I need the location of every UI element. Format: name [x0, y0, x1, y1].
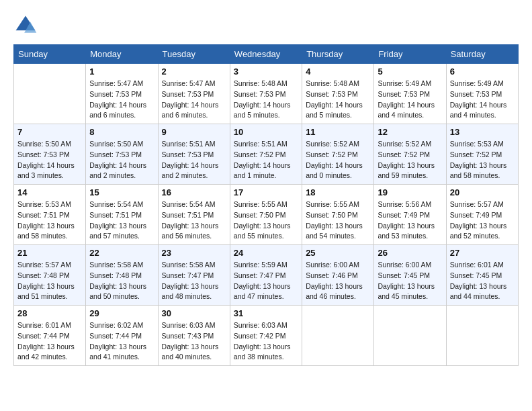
calendar-cell: 8Sunrise: 5:50 AMSunset: 7:53 PMDaylight…	[86, 124, 158, 185]
calendar-cell: 7Sunrise: 5:50 AMSunset: 7:53 PMDaylight…	[14, 124, 86, 185]
day-info: Sunrise: 5:53 AMSunset: 7:51 PMDaylight:…	[17, 199, 82, 242]
day-number: 25	[306, 248, 370, 258]
day-info: Sunrise: 5:57 AMSunset: 7:48 PMDaylight:…	[17, 260, 82, 302]
calendar-cell: 18Sunrise: 5:55 AMSunset: 7:50 PMDayligh…	[302, 185, 374, 245]
day-info: Sunrise: 6:03 AMSunset: 7:43 PMDaylight:…	[162, 320, 226, 363]
calendar-cell: 24Sunrise: 5:59 AMSunset: 7:47 PMDayligh…	[230, 245, 302, 306]
day-info: Sunrise: 5:54 AMSunset: 7:51 PMDaylight:…	[162, 199, 226, 242]
day-number: 23	[162, 248, 226, 258]
day-info: Sunrise: 5:47 AMSunset: 7:53 PMDaylight:…	[89, 79, 154, 121]
logo	[13, 13, 40, 38]
day-info: Sunrise: 5:58 AMSunset: 7:47 PMDaylight:…	[162, 260, 226, 302]
calendar-cell: 11Sunrise: 5:52 AMSunset: 7:52 PMDayligh…	[302, 124, 374, 185]
day-number: 12	[378, 127, 442, 137]
day-info: Sunrise: 5:49 AMSunset: 7:53 PMDaylight:…	[378, 79, 442, 121]
calendar-cell: 13Sunrise: 5:53 AMSunset: 7:52 PMDayligh…	[446, 124, 518, 185]
day-info: Sunrise: 5:59 AMSunset: 7:47 PMDaylight:…	[234, 260, 298, 302]
day-info: Sunrise: 5:52 AMSunset: 7:52 PMDaylight:…	[378, 139, 442, 181]
calendar-week-row: 1Sunrise: 5:47 AMSunset: 7:53 PMDaylight…	[14, 64, 519, 124]
calendar-cell: 17Sunrise: 5:55 AMSunset: 7:50 PMDayligh…	[230, 185, 302, 245]
weekday-header: Wednesday	[230, 45, 302, 64]
day-info: Sunrise: 5:50 AMSunset: 7:53 PMDaylight:…	[89, 139, 154, 181]
day-number: 27	[450, 248, 515, 258]
calendar-cell: 4Sunrise: 5:48 AMSunset: 7:53 PMDaylight…	[302, 64, 374, 124]
day-info: Sunrise: 5:57 AMSunset: 7:49 PMDaylight:…	[450, 199, 515, 242]
day-number: 4	[306, 66, 370, 77]
day-info: Sunrise: 5:48 AMSunset: 7:53 PMDaylight:…	[234, 79, 298, 121]
calendar-cell	[14, 64, 86, 124]
day-number: 24	[234, 248, 298, 258]
calendar-cell: 16Sunrise: 5:54 AMSunset: 7:51 PMDayligh…	[158, 185, 230, 245]
weekday-header: Monday	[86, 45, 158, 64]
calendar-week-row: 14Sunrise: 5:53 AMSunset: 7:51 PMDayligh…	[14, 185, 519, 245]
day-info: Sunrise: 6:00 AMSunset: 7:45 PMDaylight:…	[378, 260, 442, 302]
calendar-cell: 27Sunrise: 6:01 AMSunset: 7:45 PMDayligh…	[446, 245, 518, 306]
day-info: Sunrise: 5:52 AMSunset: 7:52 PMDaylight:…	[306, 139, 370, 181]
day-info: Sunrise: 5:47 AMSunset: 7:53 PMDaylight:…	[162, 79, 226, 121]
calendar-cell	[374, 306, 446, 366]
calendar-cell: 23Sunrise: 5:58 AMSunset: 7:47 PMDayligh…	[158, 245, 230, 306]
calendar-cell: 19Sunrise: 5:56 AMSunset: 7:49 PMDayligh…	[374, 185, 446, 245]
day-number: 19	[378, 187, 442, 197]
day-info: Sunrise: 5:51 AMSunset: 7:52 PMDaylight:…	[234, 139, 298, 181]
day-info: Sunrise: 5:49 AMSunset: 7:53 PMDaylight:…	[450, 79, 515, 121]
calendar-cell	[302, 306, 374, 366]
calendar-header-row: SundayMondayTuesdayWednesdayThursdayFrid…	[14, 45, 519, 64]
day-number: 29	[89, 308, 154, 318]
day-number: 15	[89, 187, 154, 197]
calendar-week-row: 7Sunrise: 5:50 AMSunset: 7:53 PMDaylight…	[14, 124, 519, 185]
calendar-cell	[446, 306, 518, 366]
day-info: Sunrise: 5:50 AMSunset: 7:53 PMDaylight:…	[17, 139, 82, 181]
day-number: 31	[234, 308, 298, 318]
calendar-cell: 28Sunrise: 6:01 AMSunset: 7:44 PMDayligh…	[14, 306, 86, 366]
day-info: Sunrise: 6:00 AMSunset: 7:46 PMDaylight:…	[306, 260, 370, 302]
day-number: 20	[450, 187, 515, 197]
day-info: Sunrise: 6:02 AMSunset: 7:44 PMDaylight:…	[89, 320, 154, 363]
calendar-week-row: 28Sunrise: 6:01 AMSunset: 7:44 PMDayligh…	[14, 306, 519, 366]
day-number: 5	[378, 66, 442, 77]
calendar-table: SundayMondayTuesdayWednesdayThursdayFrid…	[13, 44, 519, 366]
day-info: Sunrise: 6:03 AMSunset: 7:42 PMDaylight:…	[234, 320, 298, 363]
day-number: 30	[162, 308, 226, 318]
day-info: Sunrise: 5:54 AMSunset: 7:51 PMDaylight:…	[89, 199, 154, 242]
weekday-header: Saturday	[446, 45, 518, 64]
day-info: Sunrise: 6:01 AMSunset: 7:45 PMDaylight:…	[450, 260, 515, 302]
day-number: 28	[17, 308, 82, 318]
calendar-cell: 1Sunrise: 5:47 AMSunset: 7:53 PMDaylight…	[86, 64, 158, 124]
day-number: 7	[17, 127, 82, 137]
day-info: Sunrise: 5:51 AMSunset: 7:53 PMDaylight:…	[162, 139, 226, 181]
day-info: Sunrise: 5:55 AMSunset: 7:50 PMDaylight:…	[306, 199, 370, 242]
weekday-header: Tuesday	[158, 45, 230, 64]
day-number: 3	[234, 66, 298, 77]
calendar-cell: 3Sunrise: 5:48 AMSunset: 7:53 PMDaylight…	[230, 64, 302, 124]
calendar-cell: 14Sunrise: 5:53 AMSunset: 7:51 PMDayligh…	[14, 185, 86, 245]
day-number: 9	[162, 127, 226, 137]
page-header	[13, 13, 519, 38]
calendar-cell: 26Sunrise: 6:00 AMSunset: 7:45 PMDayligh…	[374, 245, 446, 306]
calendar-cell: 10Sunrise: 5:51 AMSunset: 7:52 PMDayligh…	[230, 124, 302, 185]
day-number: 11	[306, 127, 370, 137]
day-number: 21	[17, 248, 82, 258]
weekday-header: Sunday	[14, 45, 86, 64]
weekday-header: Friday	[374, 45, 446, 64]
day-number: 6	[450, 66, 515, 77]
day-info: Sunrise: 5:56 AMSunset: 7:49 PMDaylight:…	[378, 199, 442, 242]
day-number: 8	[89, 127, 154, 137]
calendar-cell: 29Sunrise: 6:02 AMSunset: 7:44 PMDayligh…	[86, 306, 158, 366]
day-info: Sunrise: 5:53 AMSunset: 7:52 PMDaylight:…	[450, 139, 515, 181]
calendar-cell: 20Sunrise: 5:57 AMSunset: 7:49 PMDayligh…	[446, 185, 518, 245]
calendar-cell: 9Sunrise: 5:51 AMSunset: 7:53 PMDaylight…	[158, 124, 230, 185]
calendar-cell: 22Sunrise: 5:58 AMSunset: 7:48 PMDayligh…	[86, 245, 158, 306]
calendar-cell: 2Sunrise: 5:47 AMSunset: 7:53 PMDaylight…	[158, 64, 230, 124]
day-info: Sunrise: 6:01 AMSunset: 7:44 PMDaylight:…	[17, 320, 82, 363]
day-number: 16	[162, 187, 226, 197]
calendar-cell: 30Sunrise: 6:03 AMSunset: 7:43 PMDayligh…	[158, 306, 230, 366]
calendar-cell: 25Sunrise: 6:00 AMSunset: 7:46 PMDayligh…	[302, 245, 374, 306]
calendar-cell: 15Sunrise: 5:54 AMSunset: 7:51 PMDayligh…	[86, 185, 158, 245]
day-number: 17	[234, 187, 298, 197]
weekday-header: Thursday	[302, 45, 374, 64]
day-number: 14	[17, 187, 82, 197]
calendar-cell: 21Sunrise: 5:57 AMSunset: 7:48 PMDayligh…	[14, 245, 86, 306]
day-number: 22	[89, 248, 154, 258]
day-number: 2	[162, 66, 226, 77]
